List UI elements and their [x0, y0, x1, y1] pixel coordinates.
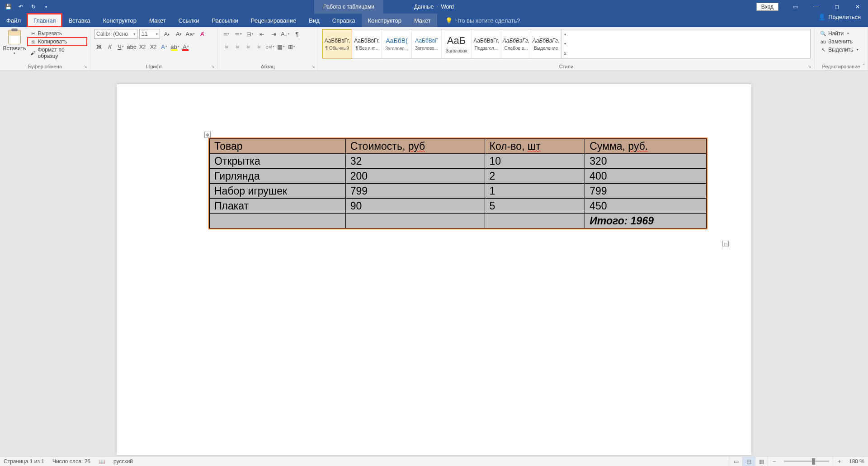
table-cell[interactable]: 10: [485, 154, 585, 169]
table-cell[interactable]: Плакат: [210, 199, 346, 214]
grow-font-icon[interactable]: A▴: [162, 29, 172, 39]
justify-icon[interactable]: ≡: [254, 42, 264, 52]
tell-me-search[interactable]: 💡 Что вы хотите сделать?: [445, 14, 520, 27]
table-header-cell[interactable]: Сумма, руб.: [585, 139, 707, 154]
word-count[interactable]: Число слов: 26: [52, 458, 90, 465]
gallery-more-icon[interactable]: ⊻: [561, 49, 568, 58]
multilevel-icon[interactable]: ⊟: [245, 29, 255, 39]
italic-icon[interactable]: К: [105, 42, 115, 52]
dialog-launcher-icon[interactable]: ↘: [808, 64, 812, 69]
font-color-icon[interactable]: A: [181, 42, 191, 52]
language-indicator[interactable]: русский: [113, 458, 133, 465]
font-name-combo[interactable]: Calibri (Осно▾: [94, 29, 137, 39]
tab-mailings[interactable]: Рассылки: [205, 14, 244, 27]
table-header-cell[interactable]: Кол-во, шт: [485, 139, 585, 154]
document-table[interactable]: ТоварСтоимость, рубКол-во, штСумма, руб.…: [209, 138, 707, 228]
table-cell[interactable]: 200: [345, 169, 485, 184]
page-indicator[interactable]: Страница 1 из 1: [4, 458, 44, 465]
minimize-icon[interactable]: —: [806, 0, 826, 14]
dialog-launcher-icon[interactable]: ↘: [84, 64, 88, 69]
tab-layout[interactable]: Макет: [143, 14, 172, 27]
paste-button[interactable]: Вставить ▾: [4, 29, 25, 60]
table-row[interactable]: Открытка3210320: [210, 154, 707, 169]
table-cell[interactable]: 799: [585, 184, 707, 199]
print-layout-icon[interactable]: ▤: [742, 457, 755, 466]
spell-check-icon[interactable]: 📖: [99, 458, 105, 465]
subscript-icon[interactable]: X2: [137, 42, 147, 52]
shrink-font-icon[interactable]: A▾: [174, 29, 184, 39]
style-item[interactable]: АаБбВвГг,Слабое в...: [501, 29, 531, 58]
style-item[interactable]: АаБЗаголовок: [442, 29, 472, 58]
save-icon[interactable]: 💾: [5, 3, 12, 10]
show-marks-icon[interactable]: ¶: [292, 29, 302, 39]
gallery-down-icon[interactable]: ▾: [561, 39, 568, 48]
sort-icon[interactable]: A↓: [280, 29, 290, 39]
clear-format-icon[interactable]: A̸: [197, 29, 207, 39]
table-header-row[interactable]: ТоварСтоимость, рубКол-во, штСумма, руб.: [210, 139, 707, 154]
underline-icon[interactable]: Ч: [116, 42, 126, 52]
zoom-in-icon[interactable]: +: [833, 457, 845, 466]
strike-icon[interactable]: abc: [127, 42, 137, 52]
replace-button[interactable]: abЗаменить: [818, 38, 864, 45]
table-cell[interactable]: 400: [585, 169, 707, 184]
close-icon[interactable]: ✕: [847, 0, 868, 14]
table-cell[interactable]: Гирлянда: [210, 169, 346, 184]
bullets-icon[interactable]: ≡: [222, 29, 231, 39]
style-item[interactable]: АаБбВ(Заголово...: [382, 29, 412, 58]
read-mode-icon[interactable]: ▭: [730, 457, 742, 466]
table-total-cell[interactable]: Итого: 1969: [585, 214, 707, 228]
tab-references[interactable]: Ссылки: [172, 14, 206, 27]
shading-icon[interactable]: ▦: [276, 42, 286, 52]
tab-view[interactable]: Вид: [302, 14, 326, 27]
numbering-icon[interactable]: ≣: [233, 29, 243, 39]
align-right-icon[interactable]: ≡: [243, 42, 253, 52]
change-case-icon[interactable]: Aa: [185, 29, 195, 39]
text-effects-icon[interactable]: A: [159, 42, 169, 52]
qat-customize-icon[interactable]: ▾: [42, 3, 50, 10]
table-row[interactable]: Набор игрушек7991799: [210, 184, 707, 199]
zoom-slider[interactable]: [784, 461, 829, 462]
table-resize-handle[interactable]: ◻: [722, 241, 729, 247]
document-area[interactable]: ✥ ТоварСтоимость, рубКол-во, штСумма, ру…: [0, 71, 868, 456]
font-size-combo[interactable]: 11▾: [139, 29, 160, 39]
style-item[interactable]: АаБбВвГг,¶ Обычный: [322, 29, 352, 58]
table-cell[interactable]: Набор игрушек: [210, 184, 346, 199]
ribbon-display-icon[interactable]: ▭: [785, 0, 806, 14]
style-item[interactable]: АаБбВвГг,Подзагол...: [472, 29, 501, 58]
table-header-cell[interactable]: Стоимость, руб: [345, 139, 485, 154]
table-move-handle[interactable]: ✥: [204, 132, 211, 138]
tab-table-layout[interactable]: Макет: [408, 14, 437, 27]
tab-table-design[interactable]: Конструктор: [362, 14, 408, 27]
table-cell[interactable]: 799: [345, 184, 485, 199]
dialog-launcher-icon[interactable]: ↘: [211, 64, 216, 69]
align-center-icon[interactable]: ≡: [232, 42, 242, 52]
table-cell[interactable]: 1: [485, 184, 585, 199]
sign-in-button[interactable]: Вход: [756, 3, 778, 11]
style-item[interactable]: АаБбВвГг,Выделение: [531, 29, 561, 58]
bold-icon[interactable]: Ж: [94, 42, 104, 52]
select-button[interactable]: ↖Выделить▾: [818, 46, 864, 53]
style-item[interactable]: АаБбВвГг,¶ Без инт...: [352, 29, 382, 58]
table-cell[interactable]: 2: [485, 169, 585, 184]
table-cell[interactable]: 5: [485, 199, 585, 214]
redo-icon[interactable]: ↻: [30, 3, 37, 10]
table-cell[interactable]: Открытка: [210, 154, 346, 169]
zoom-level[interactable]: 180 %: [849, 458, 864, 465]
cut-button[interactable]: ✂Вырезать: [28, 30, 86, 37]
table-header-cell[interactable]: Товар: [210, 139, 346, 154]
highlight-icon[interactable]: ab: [170, 42, 180, 52]
tab-home[interactable]: Главная: [27, 14, 62, 27]
table-total-row[interactable]: Итого: 1969: [210, 214, 707, 228]
table-row[interactable]: Плакат905450: [210, 199, 707, 214]
align-left-icon[interactable]: ≡: [222, 42, 231, 52]
table-row[interactable]: Гирлянда2002400: [210, 169, 707, 184]
tab-design[interactable]: Конструктор: [97, 14, 143, 27]
copy-button[interactable]: ⎘Копировать: [28, 38, 86, 45]
tab-insert[interactable]: Вставка: [62, 14, 96, 27]
table-cell[interactable]: 32: [345, 154, 485, 169]
table-cell[interactable]: 450: [585, 199, 707, 214]
tab-review[interactable]: Рецензирование: [245, 14, 302, 27]
line-spacing-icon[interactable]: ↕≡: [265, 42, 275, 52]
undo-icon[interactable]: ↶: [17, 3, 24, 10]
tab-help[interactable]: Справка: [326, 14, 362, 27]
